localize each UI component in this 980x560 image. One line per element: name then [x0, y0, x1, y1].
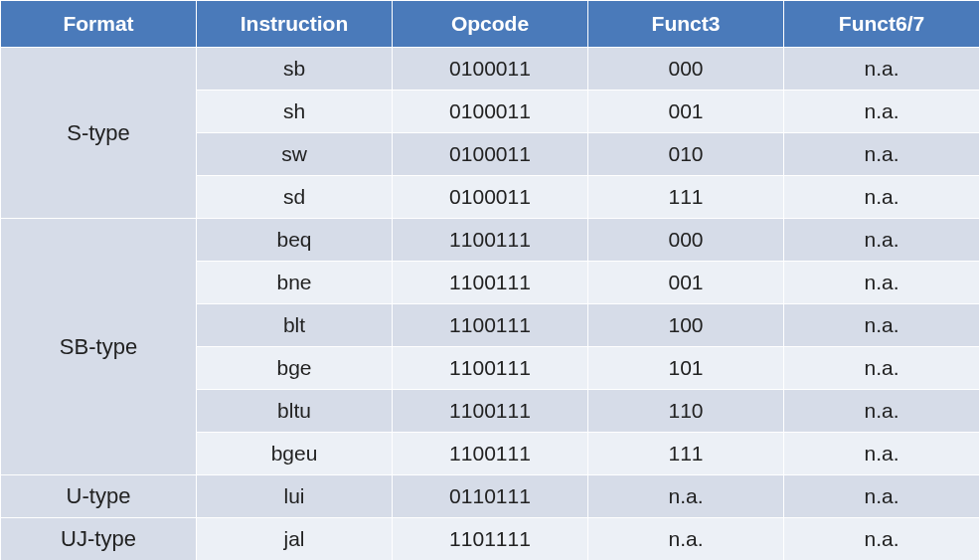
cell-opcode: 0100011 — [393, 48, 588, 91]
cell-instruction: lui — [197, 475, 393, 518]
cell-instruction: sw — [197, 133, 393, 176]
cell-format-s-type: S-type — [1, 48, 197, 219]
cell-opcode: 1100111 — [393, 433, 588, 475]
header-opcode: Opcode — [393, 1, 588, 48]
table-row: U-type lui 0110111 n.a. n.a. — [1, 475, 980, 518]
cell-opcode: 0100011 — [393, 133, 588, 176]
cell-funct67: n.a. — [784, 433, 980, 475]
cell-funct3: n.a. — [588, 518, 784, 561]
cell-funct3: 110 — [588, 390, 784, 433]
cell-funct3: 001 — [588, 91, 784, 133]
cell-funct67: n.a. — [784, 475, 980, 518]
cell-funct67: n.a. — [784, 262, 980, 304]
table-row: SB-type beq 1100111 000 n.a. — [1, 219, 980, 262]
cell-funct67: n.a. — [784, 91, 980, 133]
cell-format-uj-type: UJ-type — [1, 518, 197, 561]
header-funct67: Funct6/7 — [784, 1, 980, 48]
cell-funct67: n.a. — [784, 133, 980, 176]
cell-opcode: 1100111 — [393, 219, 588, 262]
cell-funct3: n.a. — [588, 475, 784, 518]
cell-opcode: 0100011 — [393, 91, 588, 133]
cell-instruction: blt — [197, 304, 393, 347]
cell-format-sb-type: SB-type — [1, 219, 197, 475]
cell-funct3: 100 — [588, 304, 784, 347]
cell-instruction: sh — [197, 91, 393, 133]
cell-opcode: 0110111 — [393, 475, 588, 518]
header-funct3: Funct3 — [588, 1, 784, 48]
cell-funct67: n.a. — [784, 176, 980, 219]
cell-funct3: 000 — [588, 48, 784, 91]
cell-instruction: sb — [197, 48, 393, 91]
cell-funct3: 000 — [588, 219, 784, 262]
cell-opcode: 1100111 — [393, 347, 588, 390]
cell-funct3: 001 — [588, 262, 784, 304]
cell-funct67: n.a. — [784, 347, 980, 390]
cell-opcode: 1101111 — [393, 518, 588, 561]
cell-opcode: 1100111 — [393, 390, 588, 433]
cell-funct67: n.a. — [784, 518, 980, 561]
cell-instruction: bne — [197, 262, 393, 304]
cell-funct3: 010 — [588, 133, 784, 176]
cell-opcode: 1100111 — [393, 304, 588, 347]
cell-funct3: 111 — [588, 176, 784, 219]
cell-funct67: n.a. — [784, 304, 980, 347]
cell-instruction: bge — [197, 347, 393, 390]
header-format: Format — [1, 1, 197, 48]
cell-funct67: n.a. — [784, 48, 980, 91]
cell-format-u-type: U-type — [1, 475, 197, 518]
table-row: UJ-type jal 1101111 n.a. n.a. — [1, 518, 980, 561]
cell-funct3: 111 — [588, 433, 784, 475]
instruction-table: Format Instruction Opcode Funct3 Funct6/… — [0, 0, 980, 560]
cell-instruction: bltu — [197, 390, 393, 433]
cell-instruction: jal — [197, 518, 393, 561]
cell-funct67: n.a. — [784, 219, 980, 262]
table-header-row: Format Instruction Opcode Funct3 Funct6/… — [1, 1, 980, 48]
cell-opcode: 1100111 — [393, 262, 588, 304]
header-instruction: Instruction — [197, 1, 393, 48]
cell-instruction: beq — [197, 219, 393, 262]
cell-funct67: n.a. — [784, 390, 980, 433]
cell-instruction: bgeu — [197, 433, 393, 475]
cell-instruction: sd — [197, 176, 393, 219]
cell-opcode: 0100011 — [393, 176, 588, 219]
table-row: S-type sb 0100011 000 n.a. — [1, 48, 980, 91]
cell-funct3: 101 — [588, 347, 784, 390]
